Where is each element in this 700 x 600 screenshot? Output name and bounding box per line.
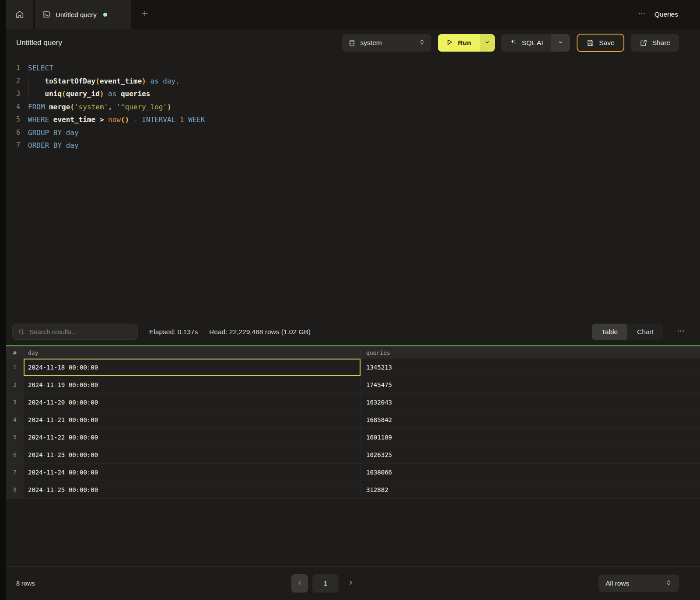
code-text: FROM merge('system', '^query_log')	[28, 101, 172, 114]
database-select-value: system	[360, 39, 382, 47]
code-line: 2 toStartOfDay(event_time) as day,	[6, 75, 700, 88]
code-text: GROUP BY day	[28, 126, 79, 140]
row-index-cell: 2	[6, 376, 24, 393]
day-cell[interactable]: 2024-11-23 00:00:00	[24, 446, 360, 463]
day-cell[interactable]: 2024-11-21 00:00:00	[24, 411, 360, 428]
code-text: uniq(query_id) as queries	[28, 87, 150, 101]
search-results-box[interactable]	[12, 324, 138, 340]
tab-bar: Untitled query Queries	[6, 0, 700, 29]
updown-chevrons-icon	[665, 579, 672, 588]
sparkles-icon	[509, 38, 517, 48]
row-index-cell: 8	[6, 481, 24, 498]
line-number: 4	[6, 101, 28, 114]
ellipsis-icon	[638, 10, 646, 19]
sql-ai-button-group: SQL AI	[501, 34, 570, 52]
new-tab-button[interactable]	[131, 0, 158, 29]
line-number: 7	[6, 139, 28, 152]
column-header-day[interactable]: day	[24, 349, 360, 356]
page-title: Untitled query	[16, 38, 62, 47]
table-row: 12024-11-18 00:00:001345213	[6, 359, 700, 376]
table-row: 72024-11-24 00:00:001038066	[6, 464, 700, 481]
ellipsis-icon	[676, 327, 685, 337]
row-index-cell: 5	[6, 429, 24, 446]
sql-ai-options-button[interactable]	[551, 34, 570, 52]
code-text: toStartOfDay(event_time) as day,	[28, 75, 180, 88]
line-number: 5	[6, 113, 28, 126]
tab-title: Untitled query	[56, 11, 97, 18]
line-number: 6	[6, 126, 28, 140]
day-cell[interactable]: 2024-11-19 00:00:00	[24, 376, 360, 393]
next-page-button[interactable]	[343, 574, 358, 593]
day-cell[interactable]: 2024-11-24 00:00:00	[24, 464, 360, 481]
run-button[interactable]: Run	[438, 34, 480, 52]
table-row: 52024-11-22 00:00:001601189	[6, 429, 700, 446]
prev-page-button[interactable]	[291, 574, 308, 593]
table-row: 82024-11-25 00:00:00312882	[6, 481, 700, 499]
table-row: 22024-11-19 00:00:001745475	[6, 376, 700, 394]
share-button[interactable]: Share	[631, 34, 679, 52]
chevron-right-icon	[347, 579, 354, 587]
sql-console-app: Untitled query Queries Untitled query	[0, 0, 700, 600]
code-line: 1SELECT	[6, 62, 700, 75]
table-view-tab[interactable]: Table	[592, 324, 627, 340]
share-button-label: Share	[652, 39, 670, 47]
queries-cell[interactable]: 1632043	[360, 394, 700, 411]
left-edge-strip	[0, 0, 6, 600]
database-select[interactable]: system	[342, 34, 431, 52]
queries-button[interactable]: Queries	[654, 10, 678, 18]
view-toggle: Table Chart	[592, 324, 663, 340]
results-empty-area	[6, 499, 700, 566]
elapsed-stat: Elapsed: 0.137s	[149, 328, 198, 336]
row-index-cell: 6	[6, 446, 24, 463]
row-index-cell: 3	[6, 394, 24, 411]
home-icon	[15, 10, 24, 19]
terminal-icon	[42, 10, 51, 19]
column-header-queries[interactable]: queries	[360, 349, 700, 356]
queries-cell[interactable]: 1685842	[360, 411, 700, 428]
database-icon	[348, 39, 356, 47]
queries-cell[interactable]: 312882	[360, 481, 700, 498]
tabbar-spacer	[158, 0, 638, 29]
external-link-icon	[640, 39, 648, 47]
queries-cell[interactable]: 1745475	[360, 376, 700, 393]
code-line: 3 uniq(query_id) as queries	[6, 87, 700, 101]
queries-cell[interactable]: 1601189	[360, 429, 700, 446]
chevron-down-icon	[557, 39, 564, 47]
page-size-select[interactable]: All rows	[598, 575, 679, 592]
run-button-group: Run	[438, 34, 495, 52]
queries-cell[interactable]: 1026325	[360, 446, 700, 463]
run-options-button[interactable]	[480, 34, 495, 52]
code-text: ORDER BY day	[28, 139, 79, 152]
query-header: Untitled query system	[6, 29, 700, 57]
header-actions: system Run	[342, 34, 679, 52]
code-text: WHERE event_time > now() - INTERVAL 1 WE…	[28, 113, 205, 126]
floppy-icon	[586, 39, 594, 47]
tabbar-right: Queries	[638, 0, 700, 29]
sql-ai-button[interactable]: SQL AI	[501, 34, 551, 52]
chart-view-tab[interactable]: Chart	[627, 324, 663, 340]
table-row: 62024-11-23 00:00:001026325	[6, 446, 700, 464]
search-results-input[interactable]	[29, 328, 132, 335]
results-table-body: 12024-11-18 00:00:00134521322024-11-19 0…	[6, 359, 700, 499]
day-cell[interactable]: 2024-11-22 00:00:00	[24, 429, 360, 446]
day-cell-selected[interactable]: 2024-11-18 00:00:00	[24, 359, 360, 376]
table-row: 42024-11-21 00:00:001685842	[6, 411, 700, 429]
save-button[interactable]: Save	[577, 34, 624, 52]
sql-editor[interactable]: 1SELECT2 toStartOfDay(event_time) as day…	[6, 57, 700, 318]
tab-overflow-button[interactable]	[638, 10, 646, 19]
search-icon	[18, 328, 25, 335]
page-number-button[interactable]: 1	[312, 574, 339, 593]
results-overflow-button[interactable]	[675, 325, 687, 338]
updown-chevrons-icon	[419, 39, 425, 47]
row-index-cell: 7	[6, 464, 24, 481]
queries-cell[interactable]: 1038066	[360, 464, 700, 481]
day-cell[interactable]: 2024-11-20 00:00:00	[24, 394, 360, 411]
queries-cell[interactable]: 1345213	[360, 359, 700, 376]
day-cell[interactable]: 2024-11-25 00:00:00	[24, 481, 360, 498]
column-header-index[interactable]: #	[6, 349, 24, 356]
plus-icon	[140, 9, 149, 20]
chevron-left-icon	[297, 579, 303, 587]
table-row: 32024-11-20 00:00:001632043	[6, 394, 700, 411]
tab-untitled-query[interactable]: Untitled query	[35, 0, 131, 29]
home-button[interactable]	[6, 0, 33, 29]
